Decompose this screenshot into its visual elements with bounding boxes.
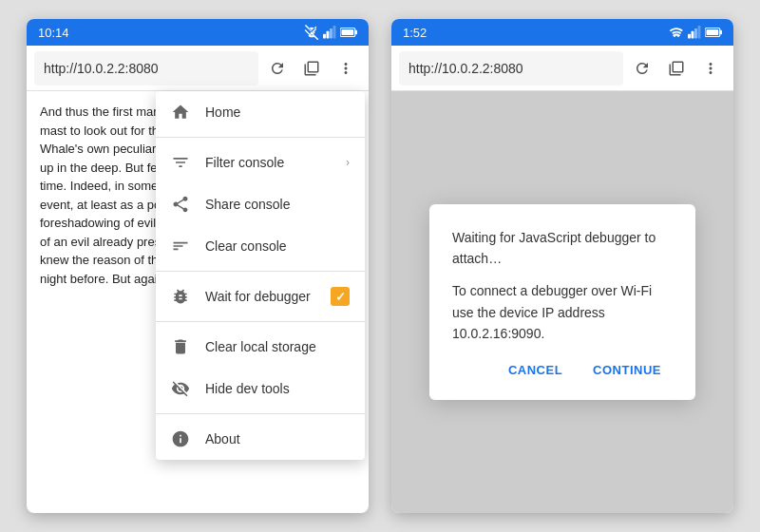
- svg-rect-9: [694, 28, 697, 39]
- menu-button-2[interactable]: [695, 53, 726, 84]
- svg-rect-12: [707, 29, 719, 35]
- phone-2: 1:52: [391, 19, 733, 513]
- menu-item-home[interactable]: Home: [156, 91, 365, 133]
- menu-clear-label: Clear console: [205, 238, 350, 254]
- svg-rect-0: [323, 34, 326, 39]
- status-icons-2: [669, 25, 722, 40]
- cancel-button[interactable]: CANCEL: [497, 355, 574, 385]
- tabs-button-2[interactable]: [661, 53, 692, 84]
- menu-button-1[interactable]: [331, 53, 361, 84]
- reload-icon: [269, 60, 286, 77]
- reload-icon-2: [634, 60, 651, 77]
- address-bar-1: [27, 46, 369, 91]
- menu-item-filter-console[interactable]: Filter console ›: [156, 142, 365, 183]
- svg-rect-10: [698, 26, 701, 38]
- filter-icon: [171, 153, 190, 172]
- tabs-icon-2: [668, 60, 685, 77]
- share-icon: [171, 195, 190, 214]
- bug-icon: [171, 287, 190, 306]
- reload-button-2[interactable]: [627, 53, 657, 84]
- status-time-1: 10:14: [38, 26, 69, 40]
- tabs-icon: [303, 60, 320, 77]
- svg-rect-3: [333, 26, 336, 38]
- eye-off-icon: [171, 379, 190, 398]
- continue-button[interactable]: CONTINUE: [581, 355, 673, 385]
- menu-filter-label: Filter console: [205, 155, 331, 170]
- trash-icon: [171, 337, 190, 356]
- menu-item-clear-storage[interactable]: Clear local storage: [156, 326, 365, 368]
- menu-storage-label: Clear local storage: [205, 339, 350, 354]
- wifi-icon: [304, 25, 319, 40]
- svg-rect-6: [355, 30, 357, 35]
- menu-share-label: Share console: [205, 197, 350, 212]
- clear-list-icon: [171, 237, 190, 256]
- menu-debugger-label: Wait for debugger: [205, 289, 315, 304]
- address-input-2[interactable]: [399, 51, 623, 86]
- status-bar-1: 10:14: [27, 19, 369, 46]
- info-icon: [171, 429, 190, 448]
- menu-item-wait-debugger[interactable]: Wait for debugger: [156, 276, 365, 317]
- menu-divider-2: [156, 271, 365, 272]
- signal-icon-2: [688, 26, 701, 39]
- battery-icon: [340, 26, 357, 39]
- phone-1: 10:14: [27, 19, 369, 513]
- menu-home-label: Home: [205, 104, 350, 120]
- status-icons-1: [304, 25, 357, 40]
- phone2-content: Waiting for JavaScript debugger to attac…: [391, 91, 733, 513]
- menu-item-hide-devtools[interactable]: Hide dev tools: [156, 368, 365, 409]
- dialog-detail: To connect a debugger over Wi-Fi use the…: [452, 280, 673, 344]
- battery-icon-2: [705, 26, 722, 39]
- menu-divider-3: [156, 321, 365, 322]
- menu-about-label: About: [205, 431, 350, 446]
- svg-rect-1: [327, 31, 330, 39]
- more-icon-2: [702, 60, 719, 77]
- menu-divider-4: [156, 413, 365, 414]
- signal-icon: [323, 26, 336, 39]
- dialog-actions: CANCEL CONTINUE: [452, 355, 673, 385]
- home-icon: [171, 103, 190, 122]
- menu-item-share-console[interactable]: Share console: [156, 183, 365, 225]
- menu-divider-1: [156, 137, 365, 138]
- address-bar-2: [391, 46, 733, 91]
- svg-rect-5: [342, 29, 354, 35]
- menu-hide-label: Hide dev tools: [205, 381, 350, 396]
- tabs-button-1[interactable]: [296, 53, 327, 84]
- svg-rect-2: [330, 28, 332, 39]
- more-icon: [337, 60, 354, 77]
- dialog: Waiting for JavaScript debugger to attac…: [429, 204, 695, 401]
- debugger-checkbox[interactable]: [331, 287, 350, 306]
- filter-arrow-icon: ›: [346, 156, 350, 169]
- menu-item-about[interactable]: About: [156, 418, 365, 460]
- svg-rect-13: [720, 30, 722, 35]
- menu-item-clear-console[interactable]: Clear console: [156, 225, 365, 267]
- wifi-icon-2: [669, 25, 684, 40]
- status-bar-2: 1:52: [391, 19, 733, 46]
- svg-rect-7: [688, 34, 691, 39]
- status-time-2: 1:52: [403, 26, 427, 40]
- svg-rect-8: [692, 31, 694, 39]
- dropdown-menu: Home Filter console › Share console Clea…: [156, 91, 365, 460]
- content-text-1: And thus the first man mast to look out …: [40, 104, 169, 286]
- reload-button-1[interactable]: [262, 53, 293, 84]
- dialog-message: Waiting for JavaScript debugger to attac…: [452, 227, 673, 270]
- address-input-1[interactable]: [34, 51, 258, 86]
